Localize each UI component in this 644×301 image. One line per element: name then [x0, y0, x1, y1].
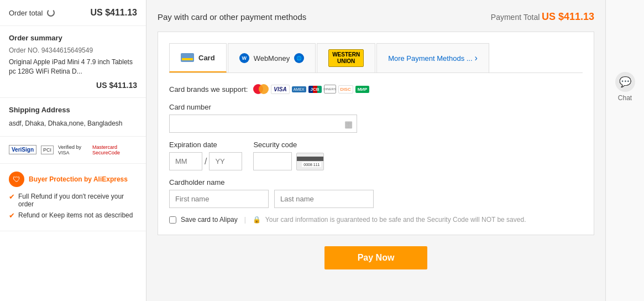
bp-text-1: Full Refund if you don't receive your or…: [18, 193, 137, 208]
first-name-input[interactable]: [169, 190, 269, 208]
order-total-bar: Order total US $411.13: [0, 0, 146, 26]
main-and-chat: Pay with card or other payment methods P…: [146, 0, 644, 301]
mastercard-secure-badge: Mastercard SecureCode: [92, 144, 137, 155]
order-summary: Order summary Order NO. 94344615649549 O…: [0, 26, 146, 98]
security-inputs: 0008 111: [253, 152, 324, 170]
expiry-label: Expiration date: [169, 141, 242, 149]
order-total-label: Order total: [9, 9, 55, 17]
trust-badges: VeriSign PCI Verified by VISA Mastercard…: [0, 137, 146, 164]
tab-card[interactable]: Card: [169, 43, 227, 72]
cardholder-label: Cardholder name: [169, 178, 583, 186]
card-brands: Card brands we support: VISA AMEX JCB DI…: [169, 84, 583, 94]
buyer-protection: 🛡 Buyer Protection by AliExpress ✔ Full …: [0, 164, 146, 231]
save-divider: |: [244, 216, 246, 224]
expiry-group: Expiration date /: [169, 141, 242, 170]
expiry-yy-input[interactable]: [209, 152, 242, 170]
cardholder-inputs: [169, 190, 583, 208]
chat-bubble-icon: 💬: [619, 76, 631, 88]
webmoney-tab-label: WebMoney: [254, 54, 290, 63]
mc-yellow-icon: [259, 84, 269, 94]
cvv-image: 0008 111: [296, 153, 324, 170]
payment-total-amount: US $411.13: [542, 11, 594, 22]
chat-panel: 💬 Chat: [605, 0, 644, 301]
payment-title: Pay with card or other payment methods: [158, 12, 306, 22]
save-card-label: Save card to Alipay: [181, 216, 238, 224]
payment-tabs: Card W WebMoney 🌐 WESTERN UNION: [169, 43, 583, 73]
bp-check-icon-2: ✔: [9, 211, 15, 220]
card-brands-label: Card brands we support:: [169, 85, 248, 94]
mastercard-brand: [253, 84, 269, 94]
jcb-brand: JCB: [308, 86, 322, 93]
visa-brand: VISA: [271, 85, 289, 94]
expiry-mm-input[interactable]: [169, 152, 202, 170]
mir-brand: МИР: [355, 86, 370, 93]
bp-bold-1: Full Refund: [18, 193, 52, 200]
card-inner-icon: ▦: [344, 118, 353, 129]
pci-badge: PCI: [41, 146, 54, 154]
bp-desc-2: items not as described: [65, 211, 133, 219]
bp-title: Buyer Protection by AliExpress: [29, 175, 128, 183]
verified-visa-badge: Verified by VISA: [58, 144, 88, 155]
order-total-amount: US $411.13: [90, 8, 137, 18]
card-number-label: Card number: [169, 103, 583, 111]
payment-header: Pay with card or other payment methods P…: [158, 11, 594, 23]
chat-label: Chat: [618, 94, 632, 102]
bottom-bar: Pay Now: [158, 235, 594, 281]
order-number: Order NO. 94344615649549: [9, 46, 137, 54]
western-union-icon: WESTERN UNION: [328, 49, 364, 67]
save-card-checkbox[interactable]: [169, 216, 176, 224]
chat-button[interactable]: 💬 Chat: [615, 72, 635, 102]
payment-total-label: Payment Total: [491, 13, 540, 22]
bp-bold-2: Refund or Keep: [18, 211, 65, 219]
verisign-badge: VeriSign: [9, 145, 36, 154]
card-number-group: Card number ▦: [169, 103, 583, 133]
cvv-code: 0008 111: [302, 162, 321, 167]
security-code-input[interactable]: [253, 152, 292, 170]
bp-header: 🛡 Buyer Protection by AliExpress: [9, 172, 137, 187]
security-code-label: Security code: [253, 141, 324, 149]
webmoney-icon: W: [239, 53, 249, 63]
cvv-stripe: [297, 157, 323, 161]
diners-brand: DINERS: [324, 85, 336, 94]
order-description: Original Apple iPad Mini 4 7.9 inch Tabl…: [9, 58, 137, 76]
shipping-title: Shipping Address: [9, 106, 137, 114]
order-amount: US $411.13: [9, 81, 137, 90]
card-tab-label: Card: [198, 54, 215, 62]
pay-now-button[interactable]: Pay Now: [324, 246, 428, 269]
bp-check-icon-1: ✔: [9, 193, 15, 201]
tab-more-methods[interactable]: More Payment Methods ... ›: [376, 43, 489, 72]
security-group: Security code 0008 111: [253, 141, 324, 170]
card-number-input[interactable]: [169, 115, 357, 133]
refresh-icon[interactable]: [47, 9, 55, 17]
card-tab-icon: [181, 53, 194, 62]
bp-shield-icon: 🛡: [9, 172, 24, 187]
order-total-text: Order total: [9, 9, 43, 17]
expiry-security-row: Expiration date / Security code: [169, 141, 583, 170]
cardholder-group: Cardholder name: [169, 178, 583, 208]
order-no-label: Order NO.: [9, 46, 39, 54]
chevron-right-icon: ›: [475, 53, 478, 63]
tab-western-union[interactable]: WESTERN UNION: [317, 43, 375, 72]
order-summary-title: Order summary: [9, 34, 137, 42]
more-methods-label: More Payment Methods ...: [388, 54, 472, 63]
expiry-inputs: /: [169, 152, 242, 170]
discover-brand: DISC: [338, 85, 353, 94]
chat-circle: 💬: [615, 72, 635, 92]
security-note: Your card information is guaranteed to b…: [265, 216, 526, 224]
main-content: Pay with card or other payment methods P…: [146, 0, 605, 301]
tab-webmoney[interactable]: W WebMoney 🌐: [228, 43, 316, 72]
payment-total: Payment Total US $411.13: [491, 11, 594, 23]
shipping-address: asdf, Dhaka, Dhaka,none, Bangladesh: [9, 118, 137, 128]
last-name-input[interactable]: [274, 190, 374, 208]
bp-text-2: Refund or Keep items not as described: [18, 211, 133, 219]
order-no-value: 94344615649549: [41, 46, 93, 54]
payment-box: Card W WebMoney 🌐 WESTERN UNION: [158, 32, 594, 235]
amex-brand: AMEX: [292, 86, 306, 92]
bp-item-1: ✔ Full Refund if you don't receive your …: [9, 193, 137, 208]
shipping-section: Shipping Address asdf, Dhaka, Dhaka,none…: [0, 98, 146, 137]
right-section: Pay with card or other payment methods P…: [146, 0, 644, 301]
bp-item-2: ✔ Refund or Keep items not as described: [9, 211, 137, 220]
lock-icon: 🔒: [253, 216, 261, 224]
save-card-row: Save card to Alipay | 🔒 Your card inform…: [169, 216, 583, 224]
card-number-wrap: ▦: [169, 115, 357, 133]
